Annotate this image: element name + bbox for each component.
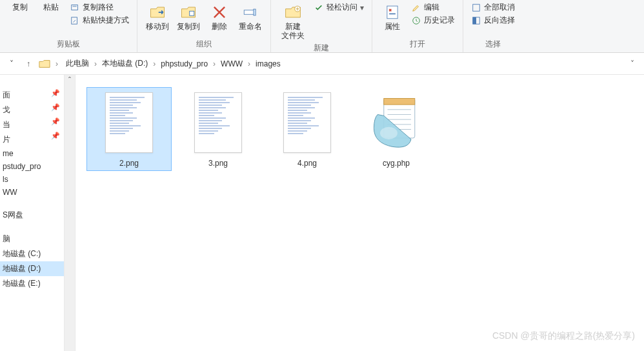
chevron-right-icon: › [93,59,98,68]
address-bar: ˅ ↑ › 此电脑›本地磁盘 (D:)›phpstudy_pro›WWW›ima… [0,53,644,75]
sidebar-item[interactable]: 地磁盘 (D:) [0,261,64,276]
pin-icon: 📌 [51,89,60,97]
file-list: 2.png3.png4.pngcyg.phpCSDN @贵哥的编程之路(热爱分享… [75,75,644,351]
paste-button[interactable]: 粘贴 [36,1,66,13]
sidebar-item[interactable]: me [0,147,64,160]
breadcrumb-item[interactable]: WWW [218,58,245,70]
copy-to-button[interactable]: 复制到 [174,1,203,32]
group-label-organize: 组织 [196,37,212,51]
image-thumbnail [186,90,250,155]
file-item[interactable]: 3.png [176,88,260,170]
group-label-open: 打开 [410,37,425,51]
svg-rect-12 [473,17,476,24]
check-icon [314,3,324,13]
sidebar-item[interactable]: S网盘 [0,208,64,223]
image-thumbnail [275,90,339,155]
edit-button[interactable]: 编辑 [408,1,458,14]
sidebar-item[interactable]: pstudy_pro [0,160,64,173]
chevron-right-icon: › [247,59,252,68]
file-label: cyg.php [383,159,410,168]
chevron-down-icon: ▾ [360,3,364,12]
breadcrumb-item[interactable]: images [253,58,283,70]
svg-rect-14 [384,98,415,105]
new-folder-icon [283,3,303,22]
svg-rect-4 [244,10,254,15]
pin-icon: 📌 [51,103,60,112]
properties-icon [383,3,402,22]
group-label-clipboard: 剪贴板 [57,37,80,51]
image-thumbnail [97,90,161,155]
sidebar-item[interactable]: ls [0,173,64,186]
watermark: CSDN @贵哥的编程之路(热爱分享) [492,330,635,342]
rename-icon [241,3,260,22]
group-label-select: 选择 [485,37,501,51]
svg-rect-1 [73,6,77,6]
path-icon [70,3,80,13]
copy-path-button[interactable]: 复制路径 [67,1,132,14]
navpane-scrollbar[interactable]: ˆ [65,75,75,351]
invert-icon [471,15,481,26]
invert-selection-button[interactable]: 反向选择 [468,14,518,26]
address-dropdown-button[interactable]: ˅ [626,59,639,68]
file-label: 2.png [119,159,139,168]
new-folder-button[interactable]: 新建文件夹 [276,1,310,41]
scroll-up-icon: ˆ [65,75,75,86]
breadcrumb-item[interactable]: phpstudy_pro [158,58,210,70]
delete-button[interactable]: 删除 [205,1,234,32]
ribbon: 复制 粘贴 复制路径 粘贴快捷方式 剪贴板 [0,0,644,53]
paste-shortcut-button[interactable]: 粘贴快捷方式 [67,14,132,26]
svg-point-20 [380,126,397,139]
file-item[interactable]: cyg.php [354,88,438,170]
sidebar-item[interactable]: WW [0,186,64,199]
easy-access-button[interactable]: 轻松访问 ▾ [311,1,367,14]
history-button[interactable]: 历史记录 [408,14,458,26]
file-item[interactable]: 2.png [87,88,171,170]
body: 面📌戈📌当📌片📌mepstudy_prolsWWS网盘脑地磁盘 (C:)地磁盘 … [0,75,644,351]
group-label-new: 新建 [314,41,329,55]
select-none-button[interactable]: 全部取消 [468,1,518,14]
shortcut-icon [70,15,80,26]
navigation-pane: 面📌戈📌当📌片📌mepstudy_prolsWWS网盘脑地磁盘 (C:)地磁盘 … [0,75,65,351]
file-label: 4.png [297,159,317,168]
breadcrumb-item[interactable]: 本地磁盘 (D:) [99,57,150,70]
pin-icon: 📌 [51,132,60,140]
pin-icon: 📌 [51,117,60,126]
rename-button[interactable]: 重命名 [236,1,265,32]
move-icon [148,3,167,22]
file-item[interactable]: 4.png [265,88,349,170]
nav-dropdown-button[interactable]: ˅ [5,57,18,70]
chevron-right-icon: › [152,59,157,68]
svg-rect-10 [473,4,480,11]
select-none-icon [471,3,481,13]
properties-button[interactable]: 属性 [377,1,407,32]
breadcrumb-item[interactable]: 此电脑 [63,57,92,70]
breadcrumb: 此电脑›本地磁盘 (D:)›phpstudy_pro›WWW›images [63,57,622,70]
notepad-icon [364,90,428,155]
copy-button[interactable]: 复制 [5,1,35,13]
folder-icon [39,59,50,69]
ribbon-group-new: 新建文件夹 轻松访问 ▾ 新建 [271,0,372,52]
ribbon-group-clipboard: 复制 粘贴 复制路径 粘贴快捷方式 剪贴板 [0,0,137,52]
file-label: 3.png [208,159,228,168]
move-to-button[interactable]: 移动到 [143,1,172,32]
ribbon-group-select: 全部取消 反向选择 选择 [463,0,523,52]
svg-rect-2 [72,17,77,24]
ribbon-group-organize: 移动到 复制到 删除 重命名 组织 [137,0,271,52]
sidebar-item[interactable]: 脑 [0,232,64,246]
copy-to-icon [179,3,198,22]
history-icon [411,15,421,26]
svg-rect-5 [254,9,256,15]
nav-up-button[interactable]: ↑ [22,57,35,70]
svg-rect-7 [387,6,397,19]
delete-icon [210,3,229,22]
chevron-right-icon: › [54,59,59,68]
chevron-right-icon: › [212,59,217,68]
svg-rect-8 [389,14,396,15]
sidebar-item[interactable]: 地磁盘 (E:) [0,276,64,291]
svg-rect-3 [190,11,194,15]
edit-icon [411,3,421,13]
svg-rect-0 [72,5,78,10]
ribbon-group-open: 属性 编辑 历史记录 打开 [372,0,463,52]
sidebar-item[interactable]: 地磁盘 (C:) [0,246,64,261]
